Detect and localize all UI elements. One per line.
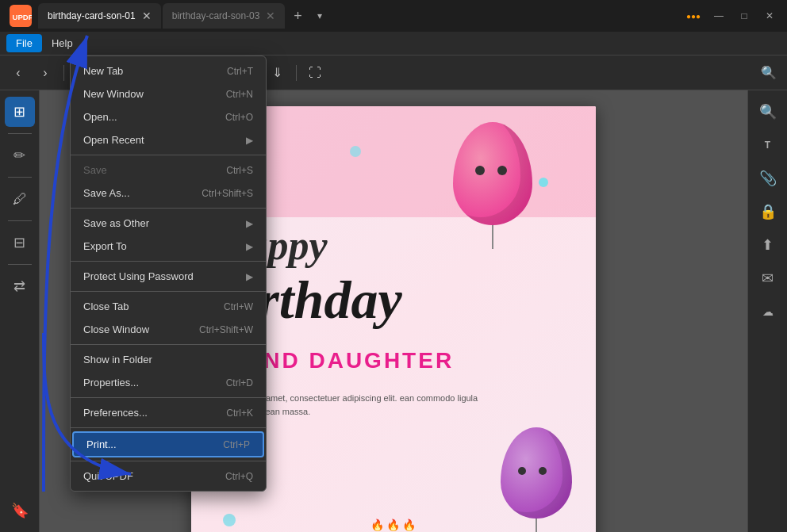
right-icon-lock[interactable]: 🔒 xyxy=(753,197,783,227)
menu-preferences-shortcut: Ctrl+K xyxy=(226,408,253,419)
svg-text:UPDF: UPDF xyxy=(13,13,33,21)
menu-file[interactable]: File xyxy=(6,34,42,52)
menu-export-to-label: Export To xyxy=(83,240,127,252)
menu-sep-2 xyxy=(71,208,266,209)
menu-save-label: Save xyxy=(83,164,107,176)
menu-protect-password[interactable]: Protect Using Password ▶ xyxy=(71,265,266,288)
sidebar-sep-3 xyxy=(8,220,32,221)
toolbar-next[interactable]: › xyxy=(33,61,57,85)
tabs-area: birthday-card-son-01 ✕ birthday-card-son… xyxy=(38,3,682,29)
menu-print-shortcut: Ctrl+P xyxy=(223,439,250,450)
balloon-pink-eye-right xyxy=(497,166,507,175)
right-icon-search[interactable]: 🔍 xyxy=(753,97,783,127)
menu-sep-5 xyxy=(71,344,266,345)
menu-new-tab[interactable]: New Tab Ctrl+T xyxy=(71,59,266,82)
menu-preferences-label: Preferences... xyxy=(83,407,148,419)
menu-close-window[interactable]: Close Window Ctrl+Shift+W xyxy=(71,318,266,341)
menu-print[interactable]: Print... Ctrl+P xyxy=(72,431,264,457)
sidebar-icon-organize[interactable]: ⊟ xyxy=(5,228,35,258)
menu-open-recent-arrow: ▶ xyxy=(246,135,253,146)
maximize-button[interactable]: □ xyxy=(733,5,755,27)
tab-label: birthday-card-son-01 xyxy=(48,10,136,21)
balloon-pink-eye-left xyxy=(475,166,485,175)
menu-new-window[interactable]: New Window Ctrl+N xyxy=(71,82,266,105)
menu-close-window-label: Close Window xyxy=(83,323,149,335)
right-icon-cloud[interactable]: ☁ xyxy=(753,297,783,327)
tab-close-icon[interactable]: ✕ xyxy=(142,10,152,22)
fit-page-button[interactable]: ⛶ xyxy=(303,61,327,85)
menu-close-tab[interactable]: Close Tab Ctrl+W xyxy=(71,295,266,318)
sidebar-sep-1 xyxy=(8,133,32,134)
menu-protect-password-arrow: ▶ xyxy=(246,271,253,282)
tabs-dropdown-button[interactable]: ▾ xyxy=(309,5,331,27)
right-icon-attachment[interactable]: 📎 xyxy=(753,163,783,193)
tab-label: birthday-card-son-03 xyxy=(172,10,260,21)
updf-badge: ●●● xyxy=(682,5,704,27)
menu-new-window-shortcut: Ctrl+N xyxy=(226,89,253,100)
tab-birthday-son-01[interactable]: birthday-card-son-01 ✕ xyxy=(38,3,161,29)
card-dot-3 xyxy=(539,178,548,187)
close-button[interactable]: ✕ xyxy=(758,5,781,27)
menu-save-as-shortcut: Ctrl+Shift+S xyxy=(202,188,253,199)
right-sidebar: 🔍 T 📎 🔒 ⬆ ✉ ☁ xyxy=(747,90,787,532)
right-icon-mail[interactable]: ✉ xyxy=(753,263,783,293)
file-dropdown-menu: New Tab Ctrl+T New Window Ctrl+N Open...… xyxy=(70,55,267,492)
menu-properties-shortcut: Ctrl+D xyxy=(226,377,253,388)
menu-properties-label: Properties... xyxy=(83,377,139,388)
balloon-purple xyxy=(501,427,572,519)
right-icon-ocr[interactable]: T xyxy=(753,130,783,160)
menu-save-other-arrow: ▶ xyxy=(246,218,253,229)
sidebar-sep-2 xyxy=(8,177,32,178)
menubar: File Help xyxy=(0,32,787,55)
search-button[interactable]: 🔍 xyxy=(757,61,781,85)
menu-export-to[interactable]: Export To ▶ xyxy=(71,235,266,258)
sidebar-icon-convert[interactable]: ⇄ xyxy=(5,271,35,301)
menu-open-label: Open... xyxy=(83,111,117,123)
sidebar-icon-thumbnails[interactable]: ⊞ xyxy=(5,97,35,127)
menu-close-tab-label: Close Tab xyxy=(83,300,129,312)
menu-open-shortcut: Ctrl+O xyxy=(225,112,253,123)
new-tab-button[interactable]: + xyxy=(286,5,309,27)
window-controls: ●●● — □ ✕ xyxy=(682,5,781,27)
menu-help[interactable]: Help xyxy=(42,34,83,52)
menu-close-tab-shortcut: Ctrl+W xyxy=(224,301,253,312)
sidebar-icon-edit[interactable]: ✏ xyxy=(5,140,35,170)
minimize-button[interactable]: — xyxy=(708,5,730,27)
sidebar-icon-annotate[interactable]: 🖊 xyxy=(5,184,35,214)
page-last-button[interactable]: ⇓ xyxy=(266,61,290,85)
toolbar-separator-1 xyxy=(63,65,64,81)
card-dot-bottom xyxy=(223,514,236,526)
menu-quit[interactable]: Quit UPDF Ctrl+Q xyxy=(71,465,266,488)
menu-save-other-label: Save as Other xyxy=(83,217,149,229)
menu-save-as[interactable]: Save As... Ctrl+Shift+S xyxy=(71,182,266,205)
menu-open[interactable]: Open... Ctrl+O xyxy=(71,105,266,128)
menu-export-to-arrow: ▶ xyxy=(246,241,253,252)
menu-save-other[interactable]: Save as Other ▶ xyxy=(71,212,266,235)
sidebar-sep-4 xyxy=(8,264,32,265)
balloon-purple-eye-right xyxy=(539,467,547,475)
menu-protect-password-label: Protect Using Password xyxy=(83,270,194,282)
right-icon-share[interactable]: ⬆ xyxy=(753,230,783,260)
left-sidebar: ⊞ ✏ 🖊 ⊟ ⇄ 🔖 xyxy=(0,90,40,532)
menu-print-label: Print... xyxy=(86,438,117,450)
menu-open-recent[interactable]: Open Recent ▶ xyxy=(71,128,266,151)
menu-show-in-folder[interactable]: Show in Folder xyxy=(71,348,266,371)
balloon-purple-eye-left xyxy=(518,467,526,475)
menu-new-tab-shortcut: Ctrl+T xyxy=(227,66,253,77)
menu-new-tab-label: New Tab xyxy=(83,65,123,77)
menu-save-as-label: Save As... xyxy=(83,187,130,199)
sidebar-icon-bookmark[interactable]: 🔖 xyxy=(5,496,35,526)
toolbar-prev[interactable]: ‹ xyxy=(6,61,30,85)
menu-quit-label: Quit UPDF xyxy=(83,470,133,482)
menu-sep-3 xyxy=(71,261,266,262)
menu-show-in-folder-label: Show in Folder xyxy=(83,354,152,366)
menu-properties[interactable]: Properties... Ctrl+D xyxy=(71,371,266,394)
menu-preferences[interactable]: Preferences... Ctrl+K xyxy=(71,401,266,424)
tab-birthday-son-03[interactable]: birthday-card-son-03 ✕ xyxy=(163,3,286,29)
menu-save-shortcut: Ctrl+S xyxy=(226,165,253,176)
app-logo: UPDF xyxy=(6,2,35,30)
card-dot-2 xyxy=(350,146,361,157)
tab-close-icon[interactable]: ✕ xyxy=(266,10,275,22)
menu-save: Save Ctrl+S xyxy=(71,159,266,182)
menu-sep-1 xyxy=(71,155,266,155)
